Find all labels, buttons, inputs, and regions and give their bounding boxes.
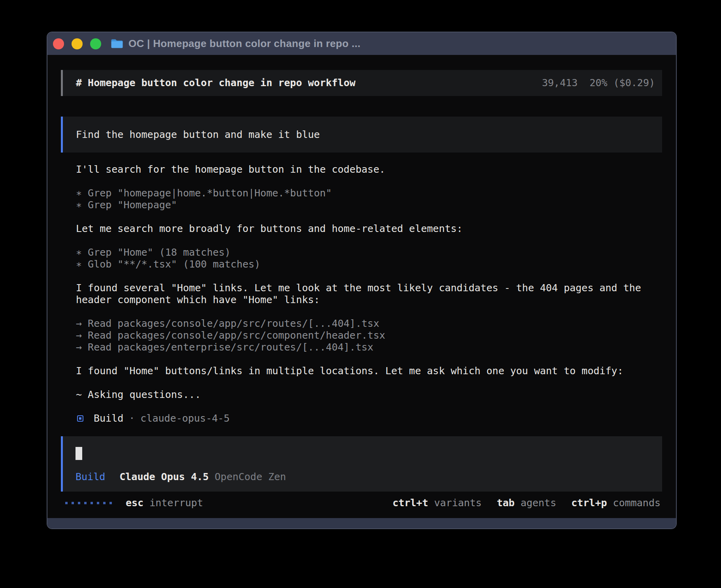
window-controls — [53, 38, 101, 49]
window-footer — [47, 518, 676, 528]
tool-call-grep: ∗ Grep "homepage|home.*button|Home.*butt… — [76, 187, 650, 199]
tool-call-glob: ∗ Glob "**/*.tsx" (100 matches) — [76, 258, 650, 270]
session-title: # Homepage button color change in repo w… — [76, 77, 355, 89]
assistant-transcript: I'll search for the homepage button in t… — [61, 164, 650, 401]
shortcut-label: commands — [613, 497, 661, 509]
close-button[interactable] — [53, 38, 64, 49]
prompt-input[interactable]: Build Claude Opus 4.5 OpenCode Zen — [61, 436, 662, 492]
assistant-text: Let me search more broadly for buttons a… — [76, 223, 650, 235]
tool-call-read: → Read packages/console/app/src/componen… — [76, 330, 650, 341]
terminal-window: OC | Homepage button color change in rep… — [47, 32, 677, 529]
shortcut-key: esc — [126, 497, 143, 509]
user-message: Find the homepage button and make it blu… — [61, 117, 662, 153]
input-model-label[interactable]: Claude Opus 4.5 — [119, 471, 209, 483]
shortcut-agents: tab agents — [497, 497, 557, 509]
shortcut-key: ctrl+t — [393, 497, 428, 509]
shortcut-key: tab — [497, 497, 515, 509]
text-cursor — [75, 447, 82, 460]
activity-dots-icon — [65, 502, 112, 504]
assistant-text: I found several "Home" links. Let me loo… — [76, 282, 650, 306]
input-provider-label: OpenCode Zen — [215, 471, 286, 483]
shortcut-interrupt: esc interrupt — [126, 497, 203, 509]
tool-call-read: → Read packages/enterprise/src/routes/[.… — [76, 341, 650, 353]
window-title: OC | Homepage button color change in rep… — [128, 38, 360, 50]
agent-mode-name: Build — [94, 413, 123, 424]
agent-mode-icon — [77, 415, 83, 422]
shortcut-commands: ctrl+p commands — [571, 497, 661, 509]
agent-status-row: Build · claude-opus-4-5 — [61, 413, 662, 424]
shortcut-variants: ctrl+t variants — [393, 497, 482, 509]
minimize-button[interactable] — [72, 38, 83, 49]
shortcut-label: variants — [434, 497, 481, 509]
shortcut-label: agents — [521, 497, 556, 509]
folder-icon — [111, 39, 123, 49]
agent-model-name: claude-opus-4-5 — [140, 413, 230, 424]
input-meta-row: Build Claude Opus 4.5 OpenCode Zen — [75, 471, 662, 483]
input-mode-label[interactable]: Build — [75, 471, 105, 483]
window-titlebar[interactable]: OC | Homepage button color change in rep… — [47, 32, 676, 55]
terminal-content: # Homepage button color change in repo w… — [47, 55, 676, 518]
shortcut-label: interrupt — [149, 497, 203, 509]
shortcut-key: ctrl+p — [571, 497, 607, 509]
assistant-text: I'll search for the homepage button in t… — [76, 164, 650, 175]
tool-call-read: → Read packages/console/app/src/routes/[… — [76, 318, 650, 330]
tool-call-grep: ∗ Grep "Home" (18 matches) — [76, 247, 650, 258]
user-message-text: Find the homepage button and make it blu… — [76, 129, 320, 141]
dot-separator: · — [129, 413, 135, 424]
session-header: # Homepage button color change in repo w… — [61, 70, 662, 96]
tool-call-grep: ∗ Grep "Homepage" — [76, 199, 650, 211]
zoom-button[interactable] — [90, 38, 101, 49]
status-bar: esc interrupt ctrl+t variants tab agents… — [61, 497, 662, 509]
status-asking-questions: ~ Asking questions... — [76, 389, 650, 401]
session-stats: 39,413 20% ($0.29) — [542, 77, 655, 89]
assistant-text: I found "Home" buttons/links in multiple… — [76, 365, 650, 377]
